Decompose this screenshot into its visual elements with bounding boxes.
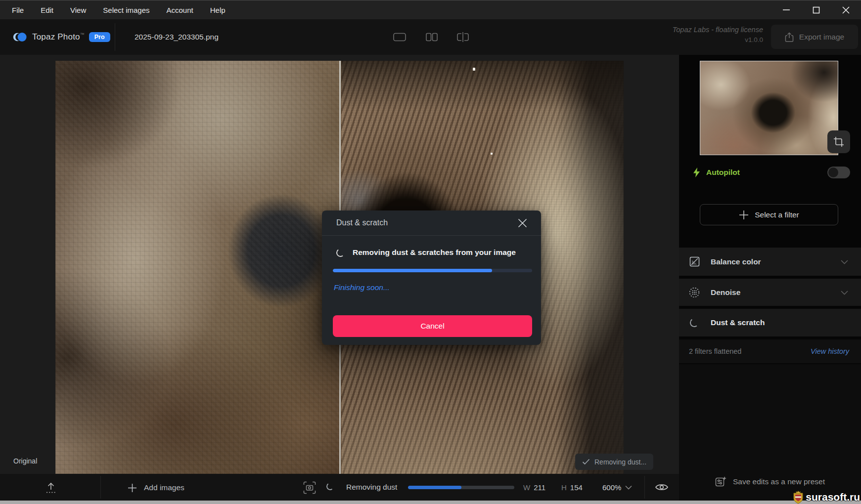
dialog-title: Dust & scratch <box>336 218 388 227</box>
zoom-level-dropdown[interactable]: 600% <box>602 474 632 501</box>
single-view-button[interactable] <box>391 28 408 46</box>
menu-account[interactable]: Account <box>167 6 193 14</box>
filter-row-dust-scratch[interactable]: Dust & scratch <box>679 309 861 336</box>
task-spinner-icon <box>326 482 334 491</box>
autopilot-row: Autopilot <box>693 163 850 182</box>
header-bar: Topaz Photo™ Pro 2025-09-23_203305.png T… <box>0 19 861 55</box>
export-image-button[interactable]: Export image <box>771 25 858 49</box>
filter-row-balance-color[interactable]: Balance color <box>679 248 861 276</box>
plus-icon <box>128 483 137 493</box>
close-icon <box>518 218 527 228</box>
maximize-icon <box>813 6 820 14</box>
chevron-down-icon <box>625 485 632 490</box>
minimize-button[interactable] <box>775 0 798 19</box>
lightning-bolt-icon <box>693 168 700 177</box>
check-icon <box>582 459 590 465</box>
menu-view[interactable]: View <box>70 6 86 14</box>
add-images-button[interactable]: Add images <box>128 478 184 497</box>
right-sidebar: Autopilot Select a filter Balance color … <box>679 55 861 501</box>
dust-speck <box>491 153 493 155</box>
preset-icon <box>715 476 727 488</box>
save-preset-label: Save edits as a new preset <box>733 477 825 486</box>
sidebar-lower-panel: Save edits as a new preset <box>679 364 861 501</box>
denoise-icon <box>688 287 701 298</box>
dialog-eta-text: Finishing soon... <box>334 283 390 292</box>
menu-bar: File Edit View Select images Account Hel… <box>0 0 861 19</box>
trademark: ™ <box>80 32 85 37</box>
side-by-side-view-icon <box>456 32 469 42</box>
export-queue-button[interactable] <box>42 478 60 497</box>
dialog-header: Dust & scratch <box>322 210 541 236</box>
chevron-down-icon <box>841 288 848 297</box>
export-label: Export image <box>799 33 844 42</box>
topaz-logo-icon <box>13 30 28 44</box>
dust-scratch-progress-dialog: Dust & scratch Removing dust & scratches… <box>322 210 541 345</box>
select-filter-label: Select a filter <box>755 210 799 219</box>
toolbar-divider <box>644 476 645 499</box>
toolbar-divider <box>100 476 101 499</box>
watermark-text: surasoft.ru <box>806 491 860 503</box>
autopilot-toggle[interactable] <box>827 167 850 178</box>
maximize-button[interactable] <box>805 0 827 19</box>
plus-icon <box>739 210 749 220</box>
app-logo: Topaz Photo™ Pro <box>13 19 110 55</box>
close-icon <box>842 6 850 14</box>
status-badge-text: Removing dust... <box>594 458 646 466</box>
save-preset-button[interactable]: Save edits as a new preset <box>679 471 861 493</box>
window-controls <box>775 0 857 19</box>
thumbnail-image <box>700 61 838 155</box>
upload-icon <box>45 481 57 494</box>
navigator-thumbnail[interactable] <box>700 61 838 155</box>
image-width-readout: W211 <box>523 474 545 501</box>
task-progress-fill <box>408 486 461 489</box>
view-history-link[interactable]: View history <box>811 347 849 355</box>
export-icon <box>785 32 794 42</box>
spinner-icon <box>336 248 345 257</box>
image-height-readout: H154 <box>561 474 583 501</box>
version-text: v1.0.0 <box>673 35 763 45</box>
eye-icon <box>655 482 669 492</box>
select-filter-button[interactable]: Select a filter <box>700 204 838 225</box>
crop-icon <box>833 136 844 147</box>
license-text: Topaz Labs - floating license <box>673 24 763 35</box>
autopilot-label: Autopilot <box>706 168 740 177</box>
menu-help[interactable]: Help <box>210 6 226 14</box>
cancel-button[interactable]: Cancel <box>333 315 532 337</box>
filter-row-denoise[interactable]: Denoise <box>679 279 861 306</box>
processing-status-badge: Removing dust... <box>575 454 653 470</box>
cancel-label: Cancel <box>420 322 444 331</box>
preview-original-button[interactable] <box>652 479 672 495</box>
split-view-button[interactable] <box>423 28 441 46</box>
dialog-status-row: Removing dust & scratches from your imag… <box>336 248 516 257</box>
crop-button[interactable] <box>827 130 850 153</box>
app-name: Topaz Photo™ <box>32 32 85 42</box>
task-label: Removing dust <box>346 474 397 501</box>
pixelation-overlay <box>55 61 341 474</box>
single-view-icon <box>393 32 406 42</box>
filter-label: Balance color <box>711 257 761 266</box>
menu-file[interactable]: File <box>12 6 24 14</box>
crest-icon <box>792 490 804 504</box>
snapshot-button[interactable] <box>302 480 317 496</box>
zoom-value: 600% <box>602 483 621 492</box>
split-view-icon <box>425 32 438 42</box>
dialog-status-text: Removing dust & scratches from your imag… <box>353 248 516 257</box>
dust-speck <box>473 68 475 71</box>
minimize-icon <box>782 6 790 14</box>
menu-edit[interactable]: Edit <box>41 6 53 14</box>
task-progress-bar <box>408 486 514 489</box>
app-window: File Edit View Select images Account Hel… <box>0 0 861 504</box>
chevron-down-icon <box>841 257 848 266</box>
spinner-icon <box>688 318 701 327</box>
close-button[interactable] <box>834 0 857 19</box>
dialog-progress-fill <box>333 269 492 272</box>
header-divider <box>115 23 115 51</box>
open-filename: 2025-09-23_203305.png <box>135 19 219 55</box>
menu-select-images[interactable]: Select images <box>103 6 149 14</box>
window-bottom-edge <box>0 501 861 504</box>
filters-flattened-row: 2 filters flattened View history <box>679 339 861 363</box>
original-pane-label: Original <box>13 457 37 465</box>
bottom-toolbar: Add images Removing dust W211 H154 600% <box>0 474 679 501</box>
dialog-close-button[interactable] <box>515 216 529 230</box>
side-by-side-view-button[interactable] <box>454 28 472 46</box>
